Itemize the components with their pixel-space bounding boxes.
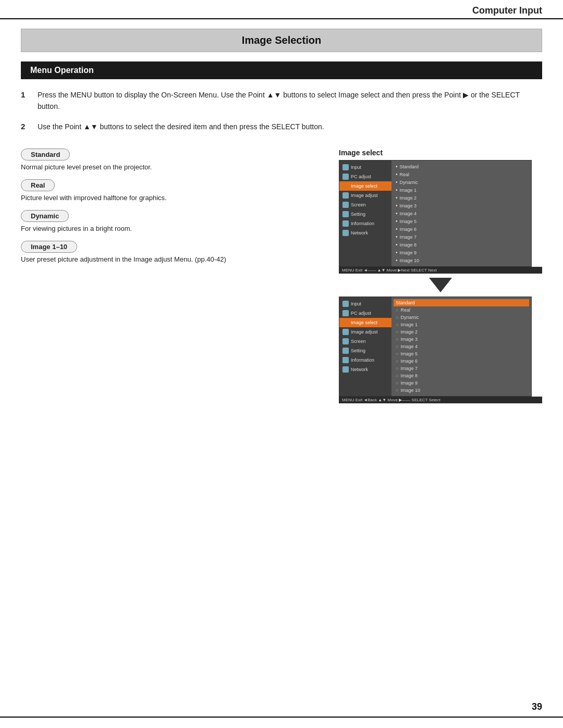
network-icon-b [342, 366, 349, 373]
setting-icon [342, 211, 349, 217]
setting-icon-b [342, 348, 349, 354]
footer-top-text: MENU Exit ◄—— ▲▼ Move ▶Next SELECT Next [342, 268, 437, 273]
opt-img4-b: Image 4 [396, 343, 527, 350]
step-1: 1 Press the MENU button to display the O… [21, 90, 542, 112]
proj-options-bottom: Standard Real Dynamic Image 1 Image 2 Im… [391, 297, 531, 396]
content-area: 1 Press the MENU button to display the O… [21, 79, 542, 403]
pc-adjust-icon [342, 174, 349, 180]
opt-img10-top: Image 10 [396, 256, 527, 264]
standard-label-section: Standard Normal picture level preset on … [21, 149, 318, 171]
dynamic-label: Dynamic [21, 210, 69, 222]
opt-img6-b: Image 6 [396, 357, 527, 365]
image-adjust-icon [342, 192, 349, 199]
left-col: Standard Normal picture level preset on … [21, 149, 318, 403]
top-header: Computer Input [0, 0, 563, 19]
opt-dynamic-b: Dynamic [396, 314, 527, 321]
menu-pc-adjust-b: PC adjust [339, 309, 391, 318]
opt-standard-top: Standard [396, 163, 527, 170]
image110-desc: User preset picture adjustment in the Im… [21, 255, 318, 263]
opt-img5-b: Image 5 [396, 350, 527, 357]
input-icon-b [342, 301, 349, 307]
menu-screen: Screen [339, 200, 391, 209]
opt-img8-top: Image 8 [396, 241, 527, 249]
image-select-icon [342, 183, 349, 189]
arrow-shape [429, 278, 452, 292]
footer-bottom-text: MENU Exit ◄Back ▲▼ Move ▶—— SELECT Selec… [342, 398, 440, 402]
opt-img1-b: Image 1 [396, 321, 527, 328]
menu-setting: Setting [339, 209, 391, 219]
step-2-text: Use the Point ▲▼ buttons to select the d… [38, 121, 324, 133]
proj-footer-bottom: MENU Exit ◄Back ▲▼ Move ▶—— SELECT Selec… [339, 397, 542, 403]
proj-options-top: Standard Real Dynamic Image 1 Image 2 Im… [391, 161, 531, 266]
menu-network-b: Network [339, 365, 391, 374]
proj-ui-bottom: Input PC adjust Image select Image adjus… [339, 297, 532, 397]
opt-img3-top: Image 3 [396, 202, 527, 209]
menu-image-select: Image select [339, 181, 391, 191]
step-2: 2 Use the Point ▲▼ buttons to select the… [21, 121, 542, 133]
opt-img9-top: Image 9 [396, 249, 527, 256]
right-col: Image select Input PC adjust Image selec… [339, 149, 542, 403]
standard-desc: Normal picture level preset on the proje… [21, 163, 318, 171]
opt-img1-top: Image 1 [396, 186, 527, 194]
image-select-icon-b [342, 319, 349, 326]
information-icon-b [342, 357, 349, 363]
opt-img7-b: Image 7 [396, 365, 527, 372]
proj-menu-col-bottom: Input PC adjust Image select Image adjus… [339, 297, 391, 396]
opt-standard-b: Standard [394, 299, 529, 306]
menu-image-adjust-b: Image adjust [339, 327, 391, 337]
step-2-num: 2 [21, 121, 30, 131]
information-icon-top [342, 220, 349, 227]
dynamic-label-section: Dynamic For viewing pictures in a bright… [21, 210, 318, 232]
bottom-border [0, 717, 563, 718]
opt-img10-b: Image 10 [396, 387, 527, 394]
pc-adjust-icon-b [342, 310, 349, 316]
image110-label-section: Image 1–10 User preset picture adjustmen… [21, 241, 318, 263]
proj-menu-col-top: Input PC adjust Image select Image adjus… [339, 161, 391, 266]
step-1-num: 1 [21, 90, 30, 99]
opt-real-top: Real [396, 170, 527, 178]
proj-ui-top: Input PC adjust Image select Image adjus… [339, 160, 532, 267]
page-number: 39 [532, 701, 542, 712]
menu-information-b: Information [339, 355, 391, 365]
standard-label: Standard [21, 149, 70, 161]
opt-img5-top: Image 5 [396, 217, 527, 225]
header-title: Computer Input [472, 5, 542, 16]
menu-image-select-b: Image select [339, 318, 391, 327]
image-select-title: Image select [339, 149, 542, 157]
menu-input-b: Input [339, 299, 391, 309]
network-icon-top [342, 230, 349, 236]
screen-icon [342, 202, 349, 208]
menu-image-adjust: Image adjust [339, 191, 391, 200]
menu-op-bar: Menu Operation [21, 61, 542, 79]
section-title-bar: Image Selection [21, 29, 542, 52]
screen-icon-b [342, 338, 349, 344]
menu-op-label: Menu Operation [30, 66, 94, 75]
menu-screen-b: Screen [339, 337, 391, 346]
input-icon [342, 164, 349, 170]
step-1-text: Press the MENU button to display the On-… [38, 90, 542, 112]
proj-footer-top: MENU Exit ◄—— ▲▼ Move ▶Next SELECT Next [339, 267, 542, 274]
down-arrow [339, 278, 542, 292]
opt-img2-b: Image 2 [396, 328, 527, 336]
real-desc: Picture level with improved halftone for… [21, 194, 318, 202]
section-title: Image Selection [242, 34, 321, 46]
menu-information-top: Information [339, 219, 391, 228]
menu-pc-adjust: PC adjust [339, 172, 391, 181]
menu-input: Input [339, 163, 391, 172]
opt-img2-top: Image 2 [396, 194, 527, 202]
menu-network-top: Network [339, 228, 391, 238]
opt-img6-top: Image 6 [396, 225, 527, 233]
real-label-section: Real Picture level with improved halfton… [21, 179, 318, 202]
opt-img8-b: Image 8 [396, 372, 527, 379]
two-col-layout: Standard Normal picture level preset on … [21, 149, 542, 403]
opt-real-b: Real [396, 306, 527, 314]
dynamic-desc: For viewing pictures in a bright room. [21, 225, 318, 232]
opt-dynamic-top: Dynamic [396, 178, 527, 186]
opt-img7-top: Image 7 [396, 233, 527, 241]
opt-img4-top: Image 4 [396, 209, 527, 217]
opt-img3-b: Image 3 [396, 336, 527, 343]
image110-label: Image 1–10 [21, 241, 77, 253]
menu-setting-b: Setting [339, 346, 391, 355]
image-adjust-icon-b [342, 329, 349, 335]
real-label: Real [21, 179, 55, 191]
